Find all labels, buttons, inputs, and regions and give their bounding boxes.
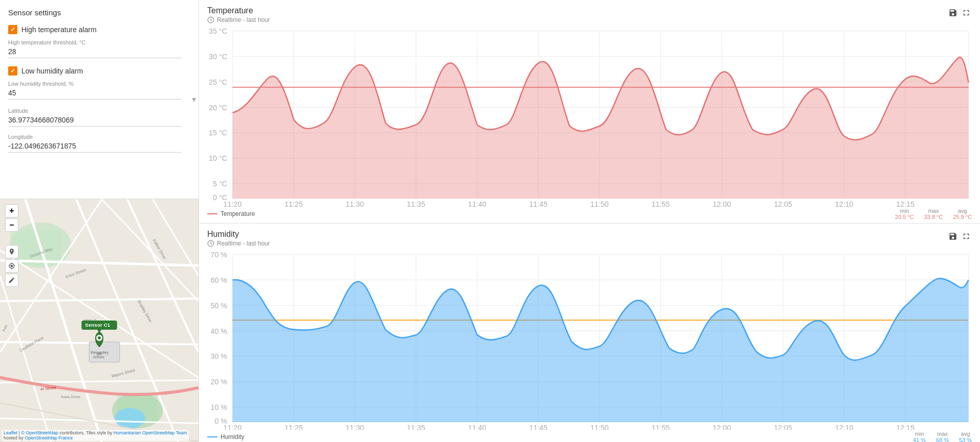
leaflet-link[interactable]: Leaflet [4, 430, 17, 435]
svg-text:20 %: 20 % [210, 378, 227, 386]
hum-save-button[interactable] [947, 231, 959, 243]
svg-text:5 °C: 5 °C [213, 180, 227, 188]
svg-text:25 °C: 25 °C [209, 78, 227, 86]
longitude-input[interactable] [8, 142, 182, 153]
hum-legend-line [207, 436, 217, 437]
low-humidity-field-label: Low humidity threshold, % [8, 81, 186, 87]
svg-text:12:05: 12:05 [774, 200, 792, 207]
high-temp-alarm-checkbox[interactable] [8, 25, 17, 34]
temp-chart-svg: 35 °C 30 °C 25 °C 20 °C 15 °C 10 °C 5 °C… [207, 26, 972, 207]
zoom-in-button[interactable]: + [5, 204, 18, 217]
hum-fullscreen-button[interactable] [961, 231, 972, 243]
hum-chart-svg: 70 % 60 % 50 % 40 % 30 % 20 % 10 % 0 % [207, 249, 972, 430]
svg-text:35 °C: 35 °C [209, 27, 227, 35]
temp-min-label: min [900, 208, 909, 214]
hum-min-value: 41 % [913, 437, 926, 442]
low-humidity-field-input[interactable] [8, 89, 182, 100]
high-temp-field-label: High temperature threshold, °C [8, 39, 186, 45]
humidity-chart-panel: Humidity Realtime - last hour 70 % [199, 224, 980, 442]
hum-legend: Humidity [207, 433, 244, 440]
high-temp-alarm-label: High temperature alarm [21, 26, 96, 34]
svg-text:11:40: 11:40 [468, 200, 486, 207]
high-temp-field-input[interactable] [8, 47, 182, 58]
low-humidity-field-group: Low humidity threshold, % [8, 81, 186, 100]
svg-point-36 [96, 353, 103, 356]
sensor-settings-title: Sensor settings [8, 8, 186, 17]
low-humidity-alarm-label: Low humidity alarm [21, 67, 83, 75]
svg-text:11:20: 11:20 [224, 423, 242, 430]
svg-text:70 %: 70 % [210, 250, 227, 258]
svg-text:40 %: 40 % [210, 327, 227, 335]
temp-chart-subtitle: Realtime - last hour [207, 16, 270, 23]
svg-text:12:15: 12:15 [896, 423, 915, 430]
svg-text:20 °C: 20 °C [209, 103, 227, 111]
map-container: Dickens Way Kalkar Drive Bradley Drive H… [0, 199, 199, 442]
svg-text:11:45: 11:45 [529, 200, 548, 207]
draw-button[interactable] [5, 274, 18, 287]
svg-text:11:25: 11:25 [284, 200, 303, 207]
svg-text:12:10: 12:10 [835, 200, 853, 207]
hum-max-label: max [937, 431, 948, 437]
svg-text:12:10: 12:10 [835, 423, 853, 430]
hum-chart-subtitle: Realtime - last hour [207, 240, 270, 247]
temp-avg-value: 25.9 °C [953, 214, 972, 220]
temp-chart-toolbar [947, 7, 972, 20]
svg-text:11:45: 11:45 [529, 423, 548, 430]
hum-chart-title: Humidity [207, 230, 270, 239]
temp-min-value: 20.5 °C [895, 214, 914, 220]
hum-avg-value: 53 % [959, 437, 972, 442]
svg-text:Iowa Drive: Iowa Drive [61, 395, 81, 399]
temp-chart-footer: Temperature min 20.5 °C max 33.8 °C avg … [207, 208, 972, 220]
svg-text:30 %: 30 % [210, 352, 227, 360]
svg-text:11:35: 11:35 [407, 423, 425, 430]
france-link[interactable]: OpenStreetMap France [25, 435, 73, 440]
osm-link[interactable]: © OpenStreetMap [21, 430, 58, 435]
high-temp-alarm-section: High temperature alarm High temperature … [8, 25, 186, 58]
svg-text:11:55: 11:55 [651, 423, 670, 430]
svg-text:11:50: 11:50 [591, 200, 609, 207]
temp-legend: Temperature [207, 210, 255, 217]
temp-avg-label: avg [958, 208, 967, 214]
svg-text:12:00: 12:00 [713, 200, 731, 207]
zoom-out-button[interactable]: − [5, 218, 18, 232]
temp-save-button[interactable] [947, 7, 959, 20]
map-tools [5, 245, 18, 287]
crosshair-button[interactable] [5, 259, 18, 273]
hum-clock-icon [207, 240, 214, 247]
temp-fullscreen-button[interactable] [961, 7, 972, 20]
svg-text:11:55: 11:55 [651, 200, 670, 207]
hum-stats: min 41 % max 68 % avg 53 % [913, 431, 972, 442]
longitude-field-group: Longitude [8, 134, 186, 153]
svg-text:15 °C: 15 °C [209, 129, 227, 137]
location-button[interactable] [5, 245, 18, 258]
hum-chart-toolbar [947, 231, 972, 243]
latitude-input[interactable] [8, 116, 182, 127]
svg-point-38 [98, 336, 101, 339]
hum-avg-label: avg [961, 431, 970, 437]
hot-link[interactable]: Humanitarian OpenStreetMap Team [114, 430, 187, 435]
hum-min-label: min [915, 431, 924, 437]
hum-chart-footer: Humidity min 41 % max 68 % avg 53 % [207, 431, 972, 442]
latitude-field-group: Latitude [8, 108, 186, 127]
low-humidity-alarm-section: Low humidity alarm Low humidity threshol… [8, 66, 186, 100]
svg-text:11:30: 11:30 [346, 200, 364, 207]
longitude-label: Longitude [8, 134, 186, 140]
clock-icon [207, 16, 214, 23]
temp-max-label: max [928, 208, 939, 214]
low-humidity-alarm-checkbox[interactable] [8, 66, 17, 76]
svg-text:Sensor C1: Sensor C1 [85, 322, 111, 328]
temp-chart-title: Temperature [207, 6, 270, 15]
map-controls: + − [5, 204, 18, 232]
left-panel: Sensor settings High temperature alarm H… [0, 0, 199, 442]
svg-text:10 °C: 10 °C [209, 154, 227, 162]
svg-text:11:50: 11:50 [591, 423, 609, 430]
map-attribution: Leaflet | © OpenStreetMap contributors, … [2, 430, 189, 441]
hum-max-value: 68 % [936, 437, 949, 442]
temp-legend-label: Temperature [220, 210, 255, 217]
temp-stats: min 20.5 °C max 33.8 °C avg 25.9 °C [895, 208, 972, 220]
svg-text:11:25: 11:25 [284, 423, 303, 430]
svg-text:11:30: 11:30 [346, 423, 364, 430]
svg-text:11:20: 11:20 [224, 200, 242, 207]
svg-text:30 °C: 30 °C [209, 53, 227, 61]
svg-text:12:15: 12:15 [896, 200, 915, 207]
